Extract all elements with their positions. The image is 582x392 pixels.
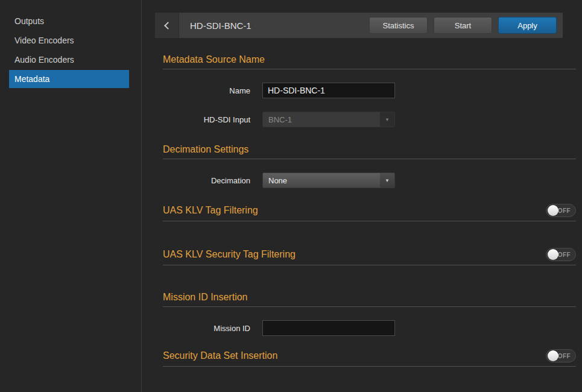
security-data-set-insertion-toggle[interactable]: OFF [546, 349, 576, 362]
decimation-select[interactable]: None ▼ [262, 172, 395, 188]
hdsdi-input-label: HD-SDI Input [163, 115, 250, 124]
sidebar-item-video-encoders[interactable]: Video Encoders [9, 31, 129, 49]
app-window: Outputs Video Encoders Audio Encoders Me… [0, 0, 582, 392]
section-mission-id-insertion: Mission ID Insertion [163, 292, 576, 307]
section-title-uas-klv-security-tag-filtering: UAS KLV Security Tag Filtering [163, 249, 296, 260]
hdsdi-input-selected-value: BNC-1 [263, 115, 380, 124]
name-field-row: Name [163, 83, 576, 98]
toggle-state-label: OFF [558, 251, 575, 258]
section-uas-klv-tag-filtering: UAS KLV Tag Filtering OFF [163, 204, 576, 221]
section-security-data-set-insertion: Security Data Set Insertion OFF [163, 349, 576, 367]
hdsdi-input-row: HD-SDI Input BNC-1 ▼ [163, 112, 576, 127]
section-uas-klv-security-tag-filtering: UAS KLV Security Tag Filtering OFF [163, 248, 576, 265]
section-title-decimation-settings: Decimation Settings [163, 144, 248, 155]
uas-klv-security-tag-filtering-toggle[interactable]: OFF [546, 248, 576, 261]
decimation-row: Decimation None ▼ [163, 172, 576, 188]
section-title-security-data-set-insertion: Security Data Set Insertion [163, 350, 277, 361]
name-field-label: Name [163, 86, 250, 95]
back-button[interactable] [155, 13, 179, 38]
sidebar-item-audio-encoders[interactable]: Audio Encoders [9, 51, 129, 69]
main-panel: HD-SDI-BNC-1 Statistics Start Apply Meta… [142, 0, 582, 392]
content-area: Metadata Source Name Name HD-SDI Input B… [163, 54, 576, 367]
section-title-metadata-source-name: Metadata Source Name [163, 54, 265, 65]
toggle-state-label: OFF [558, 207, 575, 214]
start-button[interactable]: Start [434, 17, 492, 34]
toggle-knob [548, 350, 558, 361]
sidebar: Outputs Video Encoders Audio Encoders Me… [0, 0, 142, 392]
toggle-knob [548, 249, 558, 260]
name-input[interactable] [262, 83, 395, 98]
panel-header: HD-SDI-BNC-1 Statistics Start Apply [155, 13, 563, 38]
toggle-state-label: OFF [558, 353, 575, 359]
chevron-left-icon [164, 22, 172, 30]
mission-id-input[interactable] [262, 320, 395, 336]
mission-id-row: Mission ID [163, 320, 576, 336]
section-metadata-source-name: Metadata Source Name [163, 54, 576, 69]
hdsdi-input-select: BNC-1 ▼ [262, 112, 395, 127]
decimation-selected-value: None [263, 176, 380, 185]
decimation-label: Decimation [163, 176, 250, 185]
section-title-mission-id-insertion: Mission ID Insertion [163, 292, 248, 303]
sidebar-item-outputs[interactable]: Outputs [9, 12, 129, 30]
toggle-knob [548, 205, 558, 216]
sidebar-item-metadata[interactable]: Metadata [9, 70, 129, 88]
page-title: HD-SDI-BNC-1 [190, 21, 369, 31]
chevron-down-icon: ▼ [380, 112, 394, 127]
uas-klv-tag-filtering-toggle[interactable]: OFF [546, 204, 576, 217]
mission-id-label: Mission ID [163, 324, 250, 333]
apply-button[interactable]: Apply [498, 17, 557, 34]
statistics-button[interactable]: Statistics [369, 17, 428, 34]
section-title-uas-klv-tag-filtering: UAS KLV Tag Filtering [163, 205, 258, 216]
chevron-down-icon: ▼ [380, 173, 394, 188]
section-decimation-settings: Decimation Settings [163, 144, 576, 159]
